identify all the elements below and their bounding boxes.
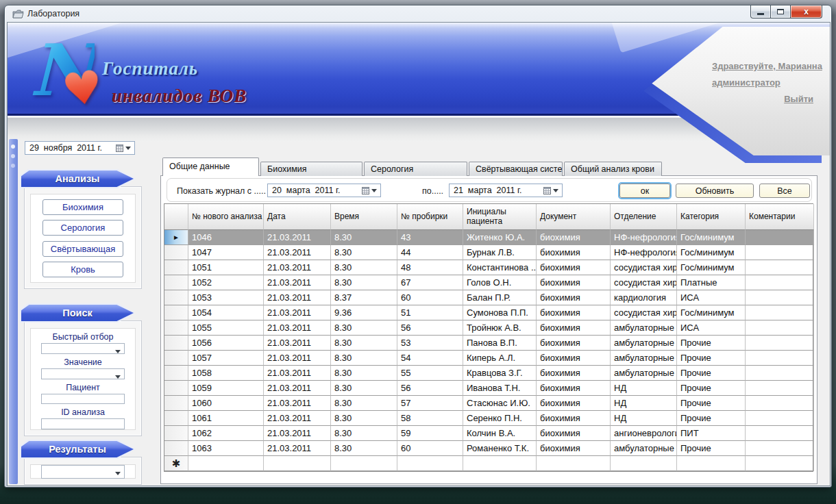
tab-serology[interactable]: Серология (364, 162, 467, 176)
grid-cell[interactable]: 8.30 (331, 245, 397, 260)
grid-cell[interactable]: НД (611, 381, 677, 396)
grid-cell[interactable]: 1060 (188, 396, 264, 411)
row-selector[interactable] (164, 366, 188, 381)
grid-cell[interactable]: 21.03.2011 (264, 411, 331, 426)
grid-cell[interactable]: 8.37 (331, 290, 397, 305)
search-combobox[interactable] (41, 343, 125, 354)
grid-cell[interactable] (746, 366, 814, 381)
grid-cell[interactable]: биохимия (537, 290, 611, 305)
grid-cell[interactable]: 8.30 (331, 275, 397, 290)
table-row[interactable]: 105321.03.20118.3760Балан П.Р.биохимияка… (164, 290, 813, 305)
column-header[interactable]: № нового анализа (188, 204, 264, 230)
grid-cell[interactable] (746, 275, 814, 290)
grid-cell[interactable]: 8.30 (331, 426, 397, 441)
grid-cell[interactable]: Прочие (677, 411, 746, 426)
grid-cell[interactable]: 21.03.2011 (264, 230, 331, 245)
grid-cell[interactable]: биохимия (537, 381, 611, 396)
grid-cell[interactable]: 53 (397, 336, 463, 351)
grid-cell[interactable]: 1051 (188, 260, 264, 275)
grid-cell[interactable] (746, 336, 814, 351)
grid-cell[interactable]: НД (611, 411, 677, 426)
grid-cell[interactable]: ИСА (677, 320, 746, 336)
date-to-picker[interactable]: 21 марта 2011 г. (449, 184, 563, 197)
grid-cell[interactable]: Прочие (677, 351, 746, 366)
row-selector[interactable] (164, 245, 188, 260)
grid-cell[interactable]: ИСА (677, 290, 746, 305)
refresh-button[interactable]: Обновить (676, 184, 754, 198)
tab-blood[interactable]: Общий анализ крови (564, 162, 662, 176)
grid-cell[interactable]: НФ-нефрология (611, 230, 677, 245)
grid-cell[interactable]: 21.03.2011 (264, 336, 331, 351)
grid-cell[interactable]: биохимия (537, 230, 611, 245)
calendar-dropdown-button[interactable] (358, 184, 380, 197)
maximize-button[interactable] (770, 5, 791, 18)
grid-cell[interactable]: Иванова Т.Н. (463, 381, 537, 396)
grid-cell[interactable] (746, 290, 814, 305)
date-from-picker[interactable]: 20 марта 2011 г. (267, 184, 381, 197)
grid-cell[interactable]: 21.03.2011 (264, 366, 331, 381)
row-selector[interactable] (164, 320, 188, 336)
grid-cell[interactable]: Константинова ... (463, 260, 537, 275)
grid-cell[interactable]: Прочие (677, 366, 746, 381)
grid-cell[interactable]: 21.03.2011 (264, 320, 331, 336)
grid-cell[interactable] (746, 260, 814, 275)
table-row[interactable]: 106121.03.20118.3058Серенко П.Н.биохимия… (164, 411, 813, 426)
row-selector[interactable] (164, 351, 188, 366)
grid-cell[interactable] (264, 456, 331, 471)
table-row[interactable]: 105821.03.20118.3055Кравцова З.Г.биохими… (164, 366, 813, 381)
tab-general[interactable]: Общие данные (162, 158, 259, 176)
column-header[interactable]: Документ (537, 204, 611, 230)
grid-cell[interactable]: 48 (397, 260, 463, 275)
results-combobox[interactable] (41, 465, 125, 479)
grid-cell[interactable] (746, 305, 814, 320)
table-row[interactable]: 106321.03.20118.3060Романенко Т.К.биохим… (164, 441, 813, 456)
table-row[interactable]: 105221.03.20118.3067Голов О.Н.биохимиясо… (164, 275, 813, 290)
column-header[interactable]: Дата (264, 204, 331, 230)
grid-cell[interactable]: 54 (397, 351, 463, 366)
table-row[interactable]: 105521.03.20118.3056Тройнюк А.В.биохимия… (164, 320, 813, 336)
grid-cell[interactable] (611, 456, 677, 471)
grid-cell[interactable] (746, 411, 814, 426)
grid-cell[interactable]: 8.30 (331, 396, 397, 411)
all-button[interactable]: Все (759, 184, 810, 198)
column-header[interactable]: Отделение (611, 204, 677, 230)
grid-cell[interactable]: амбулаторные (611, 351, 677, 366)
grid-corner-cell[interactable] (164, 204, 188, 230)
grid-cell[interactable] (188, 456, 264, 471)
grid-cell[interactable]: амбулаторные (611, 441, 677, 456)
grid-cell[interactable]: Балан П.Р. (463, 290, 537, 305)
grid-cell[interactable]: сосудистая хир... (611, 275, 677, 290)
grid-cell[interactable]: 21.03.2011 (264, 260, 331, 275)
grid-cell[interactable]: 9.36 (331, 305, 397, 320)
grid-cell[interactable]: ПИТ (677, 426, 746, 441)
grid-cell[interactable]: Бурнак Л.В. (463, 245, 537, 260)
grid-cell[interactable]: биохимия (537, 336, 611, 351)
grid-cell[interactable]: Сумонова П.П. (463, 305, 537, 320)
grid-cell[interactable]: 56 (397, 320, 463, 336)
column-header[interactable]: № пробирки (397, 204, 463, 230)
calendar-dropdown-button[interactable] (540, 184, 562, 197)
grid-cell[interactable]: Прочие (677, 336, 746, 351)
row-selector[interactable] (164, 441, 188, 456)
table-row[interactable]: 104721.03.20118.3044Бурнак Л.В.биохимияН… (164, 245, 813, 260)
new-row-selector[interactable]: ✱ (164, 456, 188, 471)
analysis-button[interactable]: Свёртывающая (42, 241, 123, 257)
row-selector[interactable] (164, 260, 188, 275)
grid-cell[interactable]: Гос/минимум (677, 305, 746, 320)
grid-cell[interactable]: Прочие (677, 441, 746, 456)
row-selector[interactable] (164, 396, 188, 411)
grid-cell[interactable]: Прочие (677, 381, 746, 396)
grid-cell[interactable]: Гос/минимум (677, 245, 746, 260)
grid-cell[interactable]: Житенко Ю.А. (463, 230, 537, 245)
grid-cell[interactable]: Гос/минимум (677, 260, 746, 275)
grid-cell[interactable]: 1059 (188, 381, 264, 396)
tab-coagulation[interactable]: Свёртывающая система (469, 162, 563, 176)
grid-cell[interactable]: 57 (397, 396, 463, 411)
grid-cell[interactable]: 1046 (188, 230, 264, 245)
search-text-input[interactable] (41, 418, 125, 429)
close-button[interactable]: x (790, 5, 822, 18)
grid-cell[interactable]: 1063 (188, 441, 264, 456)
column-header[interactable]: Категория (677, 204, 746, 230)
grid-cell[interactable]: Киперь А.Л. (463, 351, 537, 366)
grid-cell[interactable]: 8.30 (331, 351, 397, 366)
